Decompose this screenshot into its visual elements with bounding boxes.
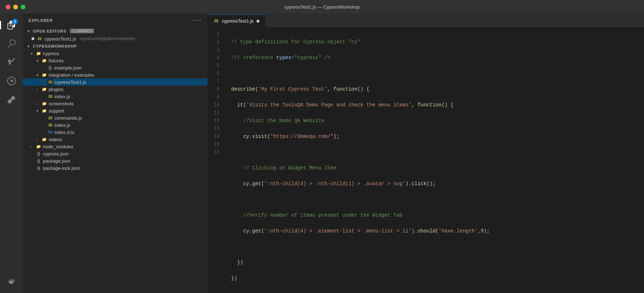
minimize-button[interactable] [13,5,18,9]
open-editors-chevron [26,29,31,33]
activity-item-source-control[interactable] [3,54,20,71]
window-title: cypressTest1.js — CypessWorkshop [284,4,360,10]
code-content[interactable]: // type definitions for Cypress object "… [225,30,644,290]
folder-integration-examples[interactable]: 📁 integration / examples [23,71,208,78]
file-package-lock-json[interactable]: {} package-lock.json [23,164,208,172]
line-numbers: 1 2 3 4 5 6 7 8 9 10 11 12 13 14 15 16 [208,30,225,290]
file-cypress-json[interactable]: {} cypress.json [23,150,208,157]
file-support-index-js[interactable]: JS index.js [23,121,208,129]
js-icon-support-index: JS [47,122,53,128]
commands-js-label: commands.js [54,115,82,121]
support-chevron [34,109,40,113]
open-file-name: cypressTest1.js [44,36,76,42]
file-plugins-index[interactable]: JS index.js [23,93,208,100]
folder-node-modules[interactable]: 📁 node_modules [23,143,208,150]
code-line-13: cy.get(':nth-child(4) > .element-list > … [231,227,638,235]
maximize-button[interactable] [21,5,25,9]
folder-cypress[interactable]: 📁 cypress [23,50,208,57]
close-button[interactable] [6,5,10,9]
unsaved-badge: 1 UNSAVED [70,29,94,33]
sidebar-title: EXPLORER [29,18,53,23]
activity-item-explorer[interactable]: 1 [3,16,20,34]
unsaved-dot-indicator [31,37,34,40]
activity-item-docker[interactable] [3,273,20,290]
sidebar-content: OPEN EDITORS 1 UNSAVED JS cypressTest1.j… [23,27,208,293]
json-icon: {} [47,65,53,71]
open-editor-file[interactable]: JS cypressTest1.js cypress/integration/e… [23,35,208,43]
activity-item-extensions[interactable] [3,91,20,108]
explorer-badge: 1 [12,19,18,24]
activity-item-search[interactable] [3,35,20,52]
integration-label: integration / examples [49,72,94,78]
cypress-folder-label: cypress [43,51,59,56]
index-dts-label: index.d.ts [54,130,74,135]
run-debug-icon [7,77,16,85]
code-line-10: cy.get(':nth-child(4) > :nth-child(1) > … [231,180,638,188]
videos-folder-icon: 📁 [42,136,47,142]
support-index-js-label: index.js [54,123,70,128]
node-modules-folder-icon: 📁 [36,144,42,149]
videos-label: videos [49,137,62,142]
cypress-folder-icon: 📁 [36,51,42,56]
main-layout: 1 EXPLORE [0,14,644,293]
videos-chevron [34,138,40,141]
code-line-1: // type definitions for Cypress object "… [231,38,638,46]
fixtures-label: fixtures [49,58,64,63]
cypress-json-label: cypress.json [43,151,69,157]
file-cypress-test1[interactable]: JS cypressTest1.js [23,78,208,86]
json-icon-package-lock: {} [36,165,42,171]
file-example-json[interactable]: {} example.json [23,64,208,71]
js-file-icon: JS [36,36,42,42]
screenshots-folder-icon: 📁 [42,101,47,106]
code-line-14 [231,243,638,251]
more-options-icon[interactable]: ··· [191,17,202,24]
integration-folder-icon: 📁 [42,72,47,78]
fixtures-chevron [34,59,40,63]
integration-chevron [34,73,40,77]
node-modules-chevron [29,145,34,149]
plugins-label: plugins [49,87,63,92]
fixtures-folder-icon: 📁 [42,58,47,63]
sidebar-actions[interactable]: ··· [191,17,202,24]
node-modules-label: node_modules [43,144,73,149]
tab-cypress-test1[interactable]: JS cypressTest1.js [208,14,265,27]
code-line-11 [231,196,638,203]
open-editors-label: OPEN EDITORS [33,29,66,33]
code-line-2: /// <reference types="cypress" /> [231,54,638,62]
tab-js-icon: JS [213,18,219,24]
extensions-icon [7,95,16,104]
folder-support[interactable]: 📁 support [23,107,208,114]
code-editor[interactable]: 1 2 3 4 5 6 7 8 9 10 11 12 13 14 15 16 /… [208,27,644,293]
folder-plugins[interactable]: 📁 plugins [23,86,208,93]
activity-item-run[interactable] [3,72,20,90]
tab-filename: cypressTest1.js [222,18,254,24]
cypress-test1-label: cypressTest1.js [54,80,86,85]
file-index-dts[interactable]: TS index.d.ts [23,129,208,136]
folder-videos[interactable]: 📁 videos [23,136,208,143]
support-folder-icon: 📁 [42,108,47,114]
folder-screenshots[interactable]: 📁 screenshots [23,100,208,107]
sidebar: EXPLORER ··· OPEN EDITORS 1 UNSAVED JS c… [23,14,208,293]
code-line-9: // Clicking on Widget Menu Item [231,164,638,172]
file-package-json[interactable]: {} package.json [23,157,208,164]
screenshots-chevron [34,102,40,106]
code-line-16: }) [231,274,638,282]
code-line-3 [231,69,638,77]
js-icon-test1: JS [47,79,53,85]
folder-fixtures[interactable]: 📁 fixtures [23,57,208,64]
cypress-chevron [29,52,34,56]
open-file-path: cypress/integration/examples [80,36,135,41]
editor-area: JS cypressTest1.js 1 2 3 4 5 6 7 8 9 10 … [208,14,644,293]
open-editors-section[interactable]: OPEN EDITORS 1 UNSAVED [23,27,208,35]
docker-icon [7,277,16,286]
json-icon-package: {} [36,158,42,164]
support-label: support [49,108,64,114]
titlebar: cypressTest1.js — CypessWorkshop [0,0,644,14]
window-controls[interactable] [6,5,25,9]
workspace-section[interactable]: CYPESSWORKSHOP [23,43,208,50]
code-line-7: cy.visit("https://demoqa.com/"); [231,133,638,140]
ts-icon-index: TS [47,129,53,135]
code-line-5: it('Visits the ToolsQA Demo Page and che… [231,101,638,109]
code-line-8 [231,148,638,156]
file-commands-js[interactable]: JS commands.js [23,114,208,121]
